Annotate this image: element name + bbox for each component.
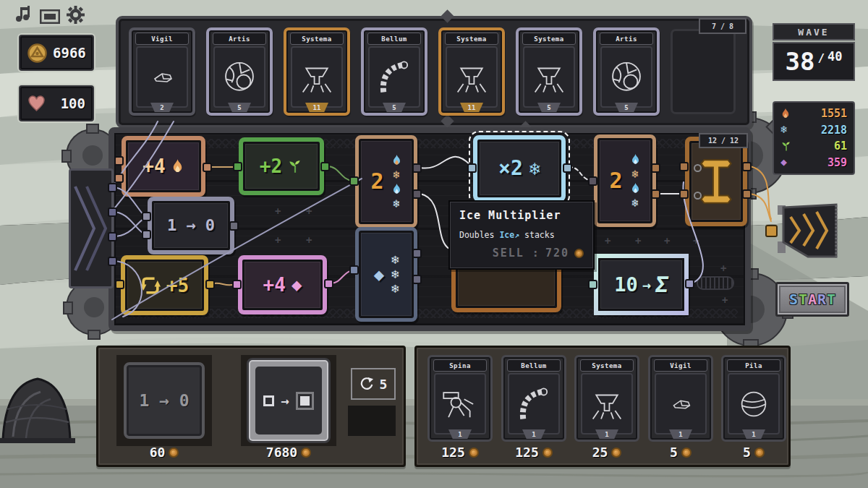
port bbox=[108, 207, 117, 217]
coin-icon bbox=[754, 448, 765, 458]
deck-card-artis[interactable]: Artis 5 bbox=[206, 27, 273, 116]
port bbox=[108, 257, 117, 266]
card-label: 2 bbox=[370, 171, 383, 192]
unit-art-spina-icon bbox=[434, 373, 486, 435]
board-card-plant-add[interactable]: +2 bbox=[239, 137, 324, 195]
deck-card-artis[interactable]: Artis 5 bbox=[593, 27, 660, 116]
snowflake-icon: ❄ bbox=[529, 160, 540, 178]
card-count: 1 bbox=[669, 429, 692, 439]
stack-icons: ❄ ❄ ❄ bbox=[391, 254, 399, 295]
board-card-fire-add[interactable]: +4 bbox=[122, 136, 205, 197]
card-count: 1 bbox=[522, 429, 545, 439]
port bbox=[412, 163, 422, 173]
board-card-ice-multiplier[interactable]: ×2 ❄ bbox=[473, 135, 566, 202]
music-icon[interactable] bbox=[14, 6, 32, 25]
deck-empty-slot[interactable] bbox=[671, 29, 736, 114]
board-card-merge[interactable]: 10 → Σ bbox=[594, 254, 689, 315]
sell-value: 720 bbox=[545, 247, 569, 260]
card-name: Systema bbox=[290, 33, 344, 45]
deck-card-systema[interactable]: Systema 11 bbox=[284, 27, 350, 116]
resource-plant: 61 bbox=[780, 138, 847, 154]
arrow-icon: → bbox=[642, 278, 651, 292]
empty-cell-plus: + bbox=[664, 236, 670, 246]
craft-item-convert[interactable]: 1 → 0 bbox=[124, 362, 205, 439]
start-letter: T bbox=[827, 291, 835, 308]
card-label: 1 → 0 bbox=[167, 218, 215, 234]
start-button[interactable]: S T A R T bbox=[775, 282, 849, 317]
board-card-buffer[interactable]: 2 ❄ ❄ bbox=[355, 135, 417, 228]
port bbox=[229, 221, 239, 231]
input-chute-panel bbox=[69, 168, 114, 288]
deck-card-bellum[interactable]: Bellum 5 bbox=[361, 27, 427, 116]
shop-card-vigil[interactable]: Vigil 1 bbox=[648, 355, 713, 442]
fire-icon bbox=[391, 154, 402, 167]
empty-cell-plus: + bbox=[306, 235, 312, 245]
port bbox=[349, 265, 359, 275]
port bbox=[108, 232, 117, 241]
coin-icon bbox=[542, 448, 553, 458]
fire-icon bbox=[630, 153, 641, 166]
port bbox=[205, 280, 215, 289]
card-label: 2 bbox=[609, 170, 622, 192]
port bbox=[233, 162, 242, 171]
port bbox=[679, 162, 689, 171]
shop-card-bellum[interactable]: Bellum 1 bbox=[501, 355, 566, 442]
display-icon[interactable] bbox=[40, 9, 60, 24]
card-label: ×2 bbox=[498, 158, 523, 179]
coil-decoration bbox=[697, 276, 734, 290]
board-card-gem-add[interactable]: +4 ◆ bbox=[238, 255, 327, 314]
unit-art-bellum-icon bbox=[508, 373, 560, 435]
health-counter: 100 bbox=[19, 85, 94, 121]
port bbox=[203, 163, 212, 172]
card-count: 1 bbox=[742, 429, 765, 439]
tooltip-ice-multiplier: Ice Multiplier Doubles Ice↗ stacks SELL … bbox=[448, 200, 595, 270]
card-name: Spina bbox=[433, 359, 487, 372]
port bbox=[412, 189, 422, 199]
coin-value: 6966 bbox=[53, 45, 86, 61]
port bbox=[742, 162, 752, 171]
gem-value: 359 bbox=[791, 156, 847, 169]
unit-art-systema-icon bbox=[291, 46, 343, 108]
loop-icon bbox=[140, 275, 161, 296]
fire-icon bbox=[391, 183, 402, 196]
deck-card-vigil[interactable]: Vigil 2 bbox=[129, 27, 195, 116]
card-name: Bellum bbox=[367, 33, 421, 45]
port bbox=[588, 176, 597, 186]
stack-icons: ❄ ❄ bbox=[630, 153, 641, 209]
ibeam-icon bbox=[699, 155, 733, 207]
gem-icon: ◆ bbox=[292, 275, 302, 295]
card-label: 10 bbox=[614, 275, 638, 294]
reroll-counter[interactable]: 5 bbox=[351, 368, 396, 400]
sell-label: SELL : bbox=[493, 247, 540, 260]
deck-card-systema[interactable]: Systema 5 bbox=[516, 27, 582, 116]
snowflake-icon: ❄ bbox=[393, 198, 400, 210]
price-value: 7680 bbox=[266, 445, 297, 460]
shop-card-systema[interactable]: Systema 1 bbox=[574, 355, 639, 442]
coin-counter: 6966 bbox=[19, 35, 94, 71]
small-square-icon bbox=[263, 395, 274, 406]
start-letter: R bbox=[817, 291, 826, 308]
craft-item-upgrade[interactable]: → bbox=[247, 358, 331, 443]
board-counter-badge: 12 / 12 bbox=[699, 133, 748, 148]
gear-icon[interactable] bbox=[67, 6, 85, 24]
board-card-buffer[interactable]: 2 ❄ ❄ bbox=[594, 134, 656, 227]
board-card-ibeam[interactable] bbox=[685, 137, 747, 226]
price-tag: 60 bbox=[116, 445, 212, 460]
empty-cell-plus: + bbox=[306, 206, 312, 216]
port bbox=[766, 226, 777, 236]
board-card-loop-add[interactable]: +5 bbox=[121, 255, 208, 315]
shop-card-spina[interactable]: Spina 1 bbox=[427, 355, 493, 442]
board-card-convert[interactable]: 1 → 0 bbox=[148, 197, 234, 254]
arrow-icon: → bbox=[281, 393, 289, 408]
shop-card-pila[interactable]: Pila 1 bbox=[721, 355, 786, 442]
keyword-ice: Ice bbox=[499, 230, 514, 240]
empty-cell-plus: + bbox=[720, 263, 726, 273]
card-label: +2 bbox=[260, 157, 282, 176]
coin-icon bbox=[681, 448, 692, 458]
deck-card-systema[interactable]: Systema 11 bbox=[438, 27, 505, 116]
start-letter: A bbox=[808, 291, 817, 308]
board-card-ice-column[interactable]: ◆ ❄ ❄ ❄ bbox=[355, 227, 417, 322]
price-value: 60 bbox=[150, 445, 166, 460]
fire-icon bbox=[171, 158, 184, 175]
gem-icon: ◆ bbox=[374, 265, 384, 285]
